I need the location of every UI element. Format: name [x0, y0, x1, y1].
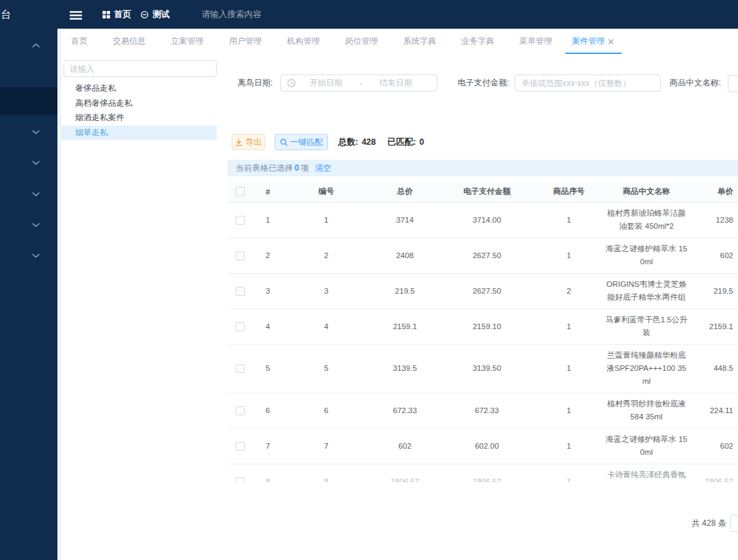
table-cell: 602	[688, 238, 738, 273]
selection-alert: 当前表格已选择0项 清空	[228, 160, 738, 176]
chevron-up-icon[interactable]	[30, 40, 41, 51]
tab-item[interactable]: 菜单管理	[519, 36, 552, 47]
amount-filter-label: 电子支付金额:	[441, 74, 509, 92]
top-bar: 首页 测试 请输入搜索内容	[57, 0, 738, 29]
export-button[interactable]: 导出	[232, 134, 265, 150]
tab-bar: 首页交易信息立案管理用户管理机构管理岗位管理系统字典业务字典菜单管理案件管理	[62, 29, 738, 54]
table-cell: 8	[284, 464, 369, 482]
clear-selection-link[interactable]: 清空	[315, 163, 331, 174]
table-cell: 2159.1	[369, 309, 441, 344]
active-tab-label: 案件管理	[572, 36, 605, 47]
table-cell: 4	[284, 309, 369, 344]
pagination-total: 共 428 条	[692, 514, 726, 533]
one-click-match-button[interactable]: 一键匹配	[275, 134, 328, 150]
table-row: 553139.53139.501兰蔻菁纯臻颜精华粉底液SPF20PA+++100…	[228, 344, 738, 393]
table-cell: 海蓝之谜修护精萃水 150ml	[605, 238, 688, 273]
nav-home[interactable]: 首页	[102, 0, 131, 29]
table-cell: 3	[252, 273, 284, 309]
category-list: 奢侈品走私高档奢侈品走私烟酒走私案件烟草走私	[62, 81, 217, 140]
chevron-down-icon[interactable]	[30, 188, 41, 199]
selection-text: 当前表格已选择0项	[236, 163, 309, 174]
table-body: 1137143714.001植村秀新琥珀蜂萃洁颜油套装 450ml*212382…	[228, 202, 738, 482]
table-cell: 602.00	[441, 428, 533, 464]
table-cell: 3139.50	[441, 344, 533, 393]
amount-input[interactable]	[515, 74, 661, 92]
sidebar-selected-item[interactable]	[0, 87, 57, 115]
chevron-down-icon[interactable]	[30, 250, 41, 261]
sidebar: 台	[0, 0, 57, 560]
matched-value: 0	[420, 137, 424, 147]
table-row: 2224082627.501海蓝之谜修护精萃水 150ml602	[228, 238, 738, 273]
table-cell: 2627.50	[441, 273, 533, 309]
row-checkbox[interactable]	[236, 287, 245, 296]
select-all-checkbox[interactable]	[236, 187, 245, 196]
logo-text: 台	[1, 8, 11, 20]
table-cell: 1238	[688, 202, 738, 238]
table-row: 66672.33672.331植村秀羽纱持妆粉底液 584 35ml224.11	[228, 393, 738, 428]
tab-item[interactable]: 机构管理	[287, 36, 320, 47]
tab-item[interactable]: 首页	[71, 36, 87, 47]
row-checkbox[interactable]	[236, 364, 245, 373]
chevron-down-icon[interactable]	[30, 157, 41, 168]
global-search-input[interactable]: 请输入搜索内容	[202, 0, 262, 29]
table-cell: 1	[533, 428, 605, 464]
row-checkbox[interactable]	[236, 406, 245, 415]
table-cell: 2	[284, 238, 369, 273]
tab-item-active[interactable]: 案件管理	[572, 29, 614, 54]
selection-count: 0	[295, 163, 299, 173]
table-header-row: #编号总价电子支付金额商品序号商品中文名称单价	[228, 182, 738, 202]
total-value: 428	[361, 137, 376, 147]
table-row: 77602602.001海蓝之谜修护精萃水 150ml602	[228, 428, 738, 464]
table-cell: 5	[252, 344, 284, 393]
category-item[interactable]: 高档奢侈品走私	[62, 96, 217, 111]
date-separator: -	[356, 79, 366, 88]
table-cell: ORIGINS韦博士灵芝焕能好底子精华水两件组	[605, 273, 688, 309]
hamburger-menu-icon[interactable]	[70, 10, 82, 23]
tab-item[interactable]: 系统字典	[403, 36, 436, 47]
tab-item[interactable]: 立案管理	[171, 36, 204, 47]
table-cell: 602	[688, 428, 738, 464]
tab-item[interactable]: 交易信息	[113, 36, 146, 47]
category-item[interactable]: 烟草走私	[62, 126, 217, 141]
table-cell: 4	[252, 309, 284, 344]
page-size-select[interactable]	[730, 515, 738, 532]
table-row: 881806.571806.571卡诗菁纯亮泽经典香氛1806.57	[228, 464, 738, 482]
column-header: 商品中文名称	[605, 182, 688, 202]
tab-item[interactable]: 岗位管理	[345, 36, 378, 47]
table-cell: 602	[369, 428, 441, 464]
table-cell: 2159.1	[688, 309, 738, 344]
tab-item[interactable]: 业务字典	[461, 36, 494, 47]
table-cell: 2627.50	[441, 238, 533, 273]
table-cell: 672.33	[441, 393, 533, 428]
nav-test[interactable]: 测试	[141, 0, 169, 29]
row-checkbox[interactable]	[236, 322, 245, 331]
active-tab-underline	[565, 53, 622, 54]
table-cell: 1	[252, 202, 284, 238]
table-cell: 1	[533, 202, 605, 238]
row-checkbox[interactable]	[236, 477, 245, 482]
category-item[interactable]: 奢侈品走私	[62, 81, 217, 96]
table-cell: 1806.57	[369, 464, 441, 482]
date-start-placeholder[interactable]: 开始日期	[296, 77, 356, 89]
product-name-input[interactable]	[728, 75, 738, 92]
close-icon[interactable]	[608, 39, 614, 44]
chevron-down-icon[interactable]	[30, 126, 41, 137]
nav-test-label: 测试	[152, 9, 169, 20]
table-row: 33219.52627.502ORIGINS韦博士灵芝焕能好底子精华水两件组21…	[228, 273, 738, 309]
tab-item[interactable]: 用户管理	[229, 36, 262, 47]
date-end-placeholder[interactable]: 结束日期	[366, 77, 426, 89]
row-checkbox[interactable]	[236, 216, 245, 225]
date-range-picker[interactable]: 开始日期 - 结束日期	[280, 74, 437, 92]
column-header: 编号	[284, 182, 369, 202]
category-search-input[interactable]	[64, 60, 217, 77]
row-checkbox[interactable]	[236, 442, 245, 451]
row-checkbox[interactable]	[236, 251, 245, 260]
results-table: #编号总价电子支付金额商品序号商品中文名称单价 1137143714.001植村…	[228, 182, 738, 482]
table-cell: 3714.00	[441, 202, 533, 238]
column-header: 总价	[369, 182, 441, 202]
table-cell: 1	[533, 464, 605, 482]
chevron-down-icon[interactable]	[30, 219, 41, 230]
table-cell: 6	[284, 393, 369, 428]
category-item[interactable]: 烟酒走私案件	[62, 111, 217, 126]
table-cell: 448.5	[688, 344, 738, 393]
